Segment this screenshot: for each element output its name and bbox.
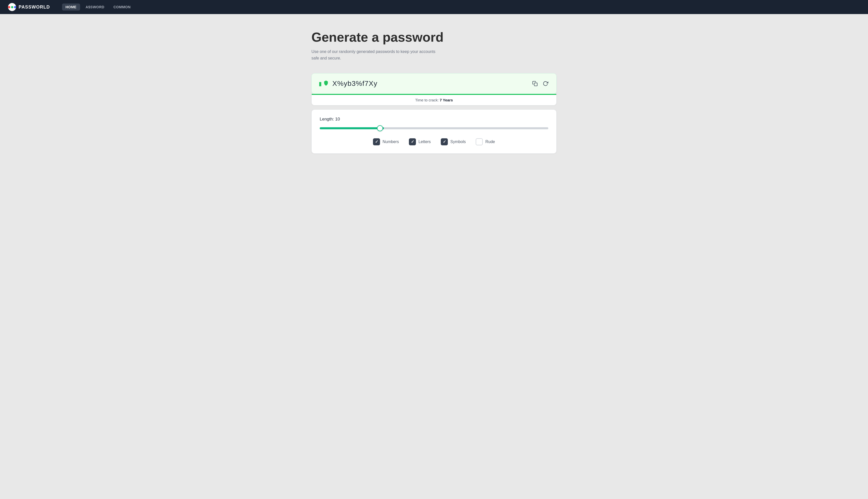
logo-circle-red	[8, 6, 10, 8]
logo-icon	[8, 3, 16, 11]
slider-container	[320, 126, 548, 130]
checkbox-rude[interactable]: Rude	[476, 138, 495, 145]
checkbox-symbols-box: ✓	[441, 138, 448, 145]
checkbox-numbers-label: Numbers	[383, 139, 399, 144]
crack-time-bar: Time to crack: 7 Years	[311, 94, 557, 106]
checkbox-numbers[interactable]: ✓ Numbers	[373, 138, 399, 145]
main-content: Generate a password Use one of our rando…	[303, 14, 565, 162]
page-subtitle: Use one of our randomly generated passwo…	[311, 48, 442, 61]
password-card: ▮ X%yb3%f7Xy	[311, 73, 557, 94]
nav-item-home[interactable]: HOME	[62, 3, 80, 11]
shield-icon: ▮	[319, 80, 329, 87]
copy-button[interactable]	[531, 80, 539, 87]
length-slider[interactable]	[320, 127, 548, 129]
svg-rect-0	[534, 83, 537, 86]
password-actions	[531, 80, 549, 87]
checkbox-symbols[interactable]: ✓ Symbols	[441, 138, 466, 145]
password-value: X%yb3%f7Xy	[332, 80, 377, 88]
refresh-button[interactable]	[542, 80, 549, 87]
logo-text: PASSWORLD	[19, 4, 50, 10]
password-display: ▮ X%yb3%f7Xy	[319, 80, 377, 88]
logo-circle-green	[11, 6, 13, 8]
checkbox-symbols-label: Symbols	[450, 139, 466, 144]
logo-circle-blue	[14, 6, 16, 8]
navbar-nav: HOME A$SWORD COMMON	[62, 3, 134, 11]
checkbox-letters[interactable]: ✓ Letters	[409, 138, 431, 145]
checkbox-letters-box: ✓	[409, 138, 416, 145]
nav-item-assword[interactable]: A$SWORD	[82, 3, 108, 11]
navbar: PASSWORLD HOME A$SWORD COMMON	[0, 0, 868, 14]
options-card: Length: 10 ✓ Numbers ✓ Letters ✓	[311, 109, 557, 154]
checkbox-letters-label: Letters	[419, 139, 431, 144]
logo-link[interactable]: PASSWORLD	[8, 3, 50, 11]
checkbox-numbers-box: ✓	[373, 138, 380, 145]
nav-item-common[interactable]: COMMON	[110, 3, 134, 11]
crack-time-text: Time to crack: 7 Years	[312, 95, 556, 105]
length-label: Length: 10	[320, 117, 548, 122]
checkbox-rude-box	[476, 138, 483, 145]
checkbox-rude-label: Rude	[485, 139, 495, 144]
page-title: Generate a password	[311, 30, 557, 45]
password-section: ▮ X%yb3%f7Xy	[311, 73, 557, 106]
checkboxes-row: ✓ Numbers ✓ Letters ✓ Symbols Rude	[320, 138, 548, 145]
